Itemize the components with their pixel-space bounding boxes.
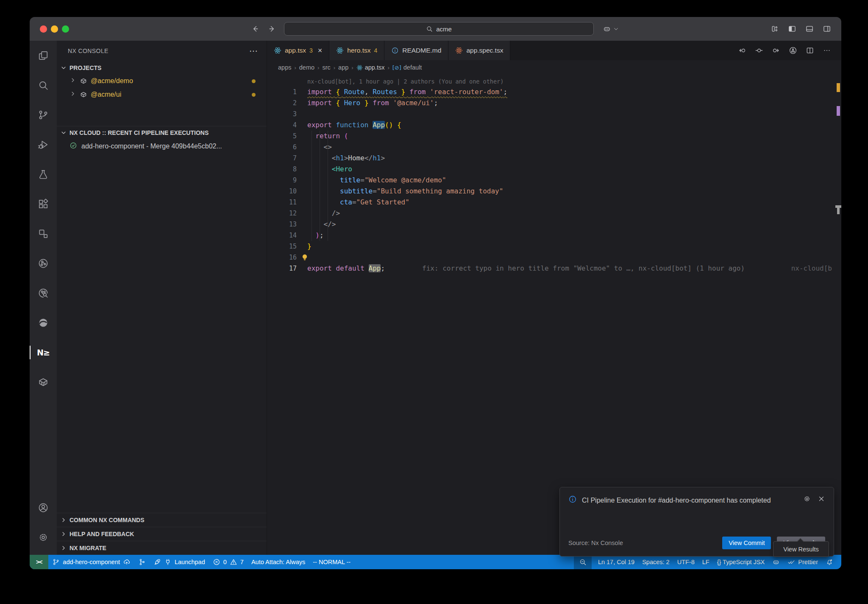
project-item[interactable]: @acme/ui (57, 88, 267, 101)
code-line-2[interactable]: 2import { Hero } from '@acme/ui'; (267, 98, 835, 109)
code-line-5[interactable]: 5 return ( (267, 131, 835, 142)
panel-right-icon[interactable] (823, 25, 831, 33)
status-problems[interactable]: 07 (209, 555, 248, 569)
activity-bar: N≥ (30, 41, 57, 555)
status-pipeline-indicator[interactable] (134, 555, 150, 569)
lightbulb-icon[interactable] (300, 253, 309, 262)
activity-item-containers[interactable] (30, 367, 57, 397)
breadcrumb-item[interactable]: app.tsx (356, 64, 385, 71)
code-line-15[interactable]: 15} (267, 241, 835, 252)
breadcrumb-item[interactable]: apps (278, 64, 291, 71)
code-line-7[interactable]: 7 <h1>Home</h1> (267, 153, 835, 164)
code-line-3[interactable]: 3 (267, 109, 835, 120)
code-line-9[interactable]: 9 title="Welcome @acme/demo" (267, 175, 835, 186)
code-line-1[interactable]: 1import { Route, Routes } from 'react-ro… (267, 87, 835, 98)
navigate-forward-icon[interactable] (268, 17, 276, 41)
notification-settings-gear-icon[interactable] (803, 495, 811, 503)
breadcrumb-item[interactable]: demo (299, 64, 314, 71)
graph-circle-icon[interactable] (789, 46, 797, 55)
notification-close-icon[interactable] (818, 495, 825, 503)
section-label: COMMON NX COMMANDS (70, 517, 145, 523)
status-indentation[interactable]: Spaces: 2 (638, 555, 673, 569)
activity-item-nx-console[interactable]: N≥ (30, 338, 57, 367)
next-change-icon[interactable] (772, 46, 780, 55)
tab-app.tsx[interactable]: app.tsx3× (267, 41, 329, 60)
tab-hero.tsx[interactable]: hero.tsx4 (329, 41, 384, 60)
tab-app.spec.tsx[interactable]: app.spec.tsx (448, 41, 510, 60)
inline-git-blame: fix: correct typo in hero title from "We… (422, 263, 745, 274)
pipeline-icon (138, 558, 146, 566)
code-line-12[interactable]: 12 /> (267, 208, 835, 219)
code-line-6[interactable]: 6 <> (267, 142, 835, 153)
code-line-17[interactable]: 17export default App;fix: correct typo i… (267, 263, 835, 274)
project-item[interactable]: @acme/demo (57, 74, 267, 88)
pipeline-execution-item[interactable]: add-hero-component - Merge 409b44e5cb02.… (57, 139, 267, 154)
breadcrumb-item[interactable]: src (322, 64, 330, 71)
breadcrumb-item[interactable]: app (338, 64, 348, 71)
code-editor[interactable]: nx-cloud[bot], 1 hour ago | 2 authors (Y… (267, 75, 835, 555)
section-nx-cloud[interactable]: NX CLOUD :: RECENT CI PIPELINE EXECUTION… (57, 126, 267, 139)
activity-item-edge-browser[interactable] (30, 308, 57, 338)
maximize-window-button[interactable] (62, 25, 69, 33)
code-line-13[interactable]: 13 </> (267, 219, 835, 230)
react-blue-icon (274, 47, 281, 54)
status-cursor-position[interactable]: Ln 17, Col 19 (594, 555, 638, 569)
copilot-menu[interactable] (603, 17, 619, 41)
code-line-8[interactable]: 8 <Hero (267, 164, 835, 175)
view-commit-button[interactable]: View Commit (722, 537, 771, 549)
code-line-14[interactable]: 14 ); (267, 230, 835, 241)
activity-item-testing[interactable] (30, 159, 57, 189)
status-vim-mode[interactable]: -- NORMAL -- (309, 555, 354, 569)
close-tab-icon[interactable]: × (318, 46, 323, 55)
activity-item-settings[interactable] (30, 523, 57, 552)
activity-item-repo-graph[interactable] (30, 249, 57, 278)
navigate-back-icon[interactable] (251, 17, 259, 41)
activity-item-accounts[interactable] (30, 493, 57, 523)
panel-bottom-icon[interactable] (805, 25, 814, 33)
close-window-button[interactable] (40, 25, 47, 33)
status-language-mode[interactable]: {} TypeScript JSX (713, 555, 769, 569)
activity-item-source-control[interactable] (30, 100, 57, 130)
overview-ruler[interactable] (835, 75, 841, 555)
activity-item-extensions[interactable] (30, 189, 57, 219)
customize-layout-icon[interactable] (771, 25, 779, 33)
references-icon (38, 228, 49, 239)
activity-item-scm-graph-search[interactable] (30, 278, 57, 308)
prev-change-icon[interactable] (738, 46, 746, 55)
code-line-11[interactable]: 11 cta="Get Started" (267, 197, 835, 208)
code-line-16[interactable]: 16 (267, 252, 835, 263)
tab-README.md[interactable]: README.md (384, 41, 448, 60)
current-change-icon[interactable] (755, 46, 763, 55)
success-check-icon (70, 142, 77, 149)
activity-item-run-and-debug[interactable] (30, 130, 57, 159)
section-nx-migrate[interactable]: NX MIGRATE (57, 541, 267, 555)
minimize-window-button[interactable] (51, 25, 58, 33)
status-encoding[interactable]: UTF-8 (673, 555, 698, 569)
more-actions-icon[interactable] (823, 46, 831, 55)
section-projects[interactable]: PROJECTS (57, 61, 267, 74)
status-notifications-bell[interactable] (822, 555, 837, 569)
status-eol[interactable]: LF (698, 555, 713, 569)
status-auto-attach[interactable]: Auto Attach: Always (248, 555, 309, 569)
activity-item-search[interactable] (30, 70, 57, 100)
split-editor-icon[interactable] (806, 46, 814, 55)
line-number: 17 (267, 263, 297, 274)
edge-browser-icon (38, 317, 49, 328)
activity-item-explorer[interactable] (30, 41, 57, 70)
status-launchpad[interactable]: Launchpad (150, 555, 209, 569)
status-copilot-status[interactable] (768, 555, 784, 569)
breadcrumb-item[interactable]: [⊘]default (392, 64, 422, 71)
command-center-search[interactable]: acme (284, 22, 594, 36)
code-line-4[interactable]: 4export function App() { (267, 120, 835, 131)
panel-left-filled-icon[interactable] (788, 25, 796, 33)
status-zoom-out[interactable] (574, 555, 592, 569)
more-actions-icon[interactable]: ⋯ (249, 46, 258, 56)
activity-item-references[interactable] (30, 219, 57, 249)
code-line-10[interactable]: 10 subtitle="Build something amazing tod… (267, 186, 835, 197)
status-branch-indicator[interactable]: add-hero-component (48, 555, 134, 569)
section-common-nx-commands[interactable]: COMMON NX COMMANDS (57, 513, 267, 527)
section-help-and-feedback[interactable]: HELP AND FEEDBACK (57, 527, 267, 541)
status-remote-indicator[interactable]: >< (30, 555, 48, 569)
line-number: 16 (267, 252, 297, 263)
status-formatter[interactable]: Prettier (784, 555, 822, 569)
